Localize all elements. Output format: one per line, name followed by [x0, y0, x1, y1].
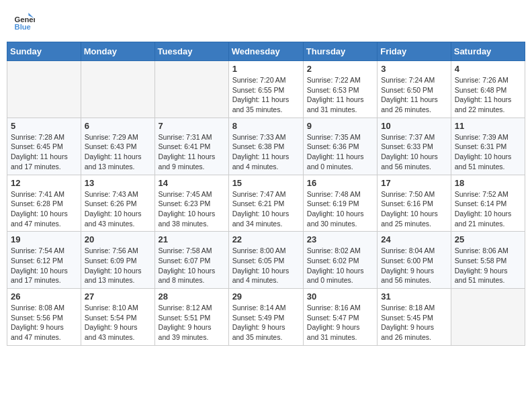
- weekday-header-sunday: Sunday: [7, 42, 81, 61]
- weekday-header-tuesday: Tuesday: [154, 42, 228, 61]
- calendar-cell: 12Sunrise: 7:41 AM Sunset: 6:28 PM Dayli…: [7, 175, 81, 232]
- calendar-cell: 29Sunrise: 8:14 AM Sunset: 5:49 PM Dayli…: [228, 289, 303, 346]
- calendar-cell: 17Sunrise: 7:50 AM Sunset: 6:16 PM Dayli…: [378, 175, 451, 232]
- day-info: Sunrise: 7:54 AM Sunset: 6:12 PM Dayligh…: [11, 246, 77, 285]
- day-info: Sunrise: 7:20 AM Sunset: 6:55 PM Dayligh…: [232, 75, 300, 115]
- day-number: 19: [11, 234, 77, 244]
- calendar-cell: 20Sunrise: 7:56 AM Sunset: 6:09 PM Dayli…: [81, 232, 154, 289]
- logo-icon: General Blue: [13, 10, 35, 32]
- day-number: 13: [85, 178, 151, 188]
- day-info: Sunrise: 7:37 AM Sunset: 6:33 PM Dayligh…: [381, 132, 447, 172]
- day-number: 31: [381, 291, 447, 302]
- day-info: Sunrise: 7:56 AM Sunset: 6:09 PM Dayligh…: [85, 246, 151, 285]
- weekday-header-saturday: Saturday: [451, 42, 525, 61]
- calendar-cell: 21Sunrise: 7:58 AM Sunset: 6:07 PM Dayli…: [154, 232, 228, 289]
- calendar-cell: 14Sunrise: 7:45 AM Sunset: 6:23 PM Dayli…: [154, 175, 228, 232]
- day-number: 5: [11, 121, 77, 131]
- day-number: 22: [232, 234, 300, 244]
- calendar-cell: 11Sunrise: 7:39 AM Sunset: 6:31 PM Dayli…: [451, 118, 525, 175]
- day-number: 17: [381, 178, 447, 188]
- day-info: Sunrise: 7:22 AM Sunset: 6:53 PM Dayligh…: [307, 75, 373, 115]
- day-number: 10: [381, 121, 447, 131]
- calendar-cell: 4Sunrise: 7:26 AM Sunset: 6:48 PM Daylig…: [451, 61, 525, 118]
- calendar-cell: 27Sunrise: 8:10 AM Sunset: 5:54 PM Dayli…: [81, 289, 154, 346]
- calendar-cell: 16Sunrise: 7:48 AM Sunset: 6:19 PM Dayli…: [303, 175, 377, 232]
- calendar-cell: [154, 61, 228, 118]
- calendar-cell: [451, 289, 525, 346]
- day-number: 27: [85, 291, 151, 302]
- weekday-header-friday: Friday: [378, 42, 451, 61]
- calendar-cell: 15Sunrise: 7:47 AM Sunset: 6:21 PM Dayli…: [228, 175, 303, 232]
- calendar-cell: 8Sunrise: 7:33 AM Sunset: 6:38 PM Daylig…: [228, 118, 303, 175]
- calendar-cell: 24Sunrise: 8:04 AM Sunset: 6:00 PM Dayli…: [378, 232, 451, 289]
- svg-text:Blue: Blue: [15, 23, 31, 31]
- calendar-cell: 5Sunrise: 7:28 AM Sunset: 6:45 PM Daylig…: [7, 118, 81, 175]
- day-info: Sunrise: 7:45 AM Sunset: 6:23 PM Dayligh…: [159, 189, 225, 229]
- day-number: 23: [307, 234, 373, 244]
- day-number: 20: [85, 234, 151, 244]
- calendar-cell: 13Sunrise: 7:43 AM Sunset: 6:26 PM Dayli…: [81, 175, 154, 232]
- day-info: Sunrise: 8:18 AM Sunset: 5:45 PM Dayligh…: [381, 303, 447, 342]
- day-number: 7: [159, 121, 225, 131]
- day-info: Sunrise: 8:08 AM Sunset: 5:56 PM Dayligh…: [11, 303, 77, 342]
- calendar-week-row: 26Sunrise: 8:08 AM Sunset: 5:56 PM Dayli…: [7, 289, 525, 346]
- calendar-cell: 3Sunrise: 7:24 AM Sunset: 6:50 PM Daylig…: [378, 61, 451, 118]
- calendar-cell: 26Sunrise: 8:08 AM Sunset: 5:56 PM Dayli…: [7, 289, 81, 346]
- day-number: 3: [381, 64, 447, 74]
- calendar-cell: 2Sunrise: 7:22 AM Sunset: 6:53 PM Daylig…: [303, 61, 377, 118]
- weekday-header-monday: Monday: [81, 42, 154, 61]
- day-number: 16: [307, 178, 373, 188]
- day-info: Sunrise: 8:12 AM Sunset: 5:51 PM Dayligh…: [159, 303, 225, 342]
- day-number: 24: [381, 234, 447, 244]
- calendar-cell: 25Sunrise: 8:06 AM Sunset: 5:58 PM Dayli…: [451, 232, 525, 289]
- calendar-cell: 10Sunrise: 7:37 AM Sunset: 6:33 PM Dayli…: [378, 118, 451, 175]
- day-number: 12: [11, 178, 77, 188]
- day-info: Sunrise: 7:31 AM Sunset: 6:41 PM Dayligh…: [159, 132, 225, 172]
- day-number: 8: [232, 121, 300, 131]
- calendar-cell: 1Sunrise: 7:20 AM Sunset: 6:55 PM Daylig…: [228, 61, 303, 118]
- day-info: Sunrise: 8:06 AM Sunset: 5:58 PM Dayligh…: [455, 246, 521, 285]
- day-info: Sunrise: 7:24 AM Sunset: 6:50 PM Dayligh…: [381, 75, 447, 115]
- calendar-week-row: 12Sunrise: 7:41 AM Sunset: 6:28 PM Dayli…: [7, 175, 525, 232]
- day-info: Sunrise: 7:29 AM Sunset: 6:43 PM Dayligh…: [85, 132, 151, 172]
- day-number: 29: [232, 291, 300, 302]
- calendar-cell: 19Sunrise: 7:54 AM Sunset: 6:12 PM Dayli…: [7, 232, 81, 289]
- day-info: Sunrise: 8:00 AM Sunset: 6:05 PM Dayligh…: [232, 246, 300, 285]
- calendar-cell: 18Sunrise: 7:52 AM Sunset: 6:14 PM Dayli…: [451, 175, 525, 232]
- day-info: Sunrise: 7:43 AM Sunset: 6:26 PM Dayligh…: [85, 189, 151, 229]
- day-info: Sunrise: 7:52 AM Sunset: 6:14 PM Dayligh…: [455, 189, 521, 229]
- day-number: 25: [455, 234, 521, 244]
- calendar-week-row: 1Sunrise: 7:20 AM Sunset: 6:55 PM Daylig…: [7, 61, 525, 118]
- calendar-cell: 31Sunrise: 8:18 AM Sunset: 5:45 PM Dayli…: [378, 289, 451, 346]
- calendar-cell: 28Sunrise: 8:12 AM Sunset: 5:51 PM Dayli…: [154, 289, 228, 346]
- calendar-cell: 30Sunrise: 8:16 AM Sunset: 5:47 PM Dayli…: [303, 289, 377, 346]
- day-number: 2: [307, 64, 373, 74]
- calendar-cell: 22Sunrise: 8:00 AM Sunset: 6:05 PM Dayli…: [228, 232, 303, 289]
- page-header: General Blue: [7, 7, 525, 35]
- day-number: 28: [159, 291, 225, 302]
- day-number: 9: [307, 121, 373, 131]
- day-number: 18: [455, 178, 521, 188]
- day-number: 6: [85, 121, 151, 131]
- day-number: 14: [159, 178, 225, 188]
- day-info: Sunrise: 7:47 AM Sunset: 6:21 PM Dayligh…: [232, 189, 300, 229]
- day-number: 11: [455, 121, 521, 131]
- calendar-table: SundayMondayTuesdayWednesdayThursdayFrid…: [7, 42, 525, 346]
- weekday-header-wednesday: Wednesday: [228, 42, 303, 61]
- calendar-cell: [7, 61, 81, 118]
- day-number: 1: [232, 64, 300, 74]
- day-info: Sunrise: 7:39 AM Sunset: 6:31 PM Dayligh…: [455, 132, 521, 172]
- day-number: 4: [455, 64, 521, 74]
- day-number: 21: [159, 234, 225, 244]
- day-info: Sunrise: 7:28 AM Sunset: 6:45 PM Dayligh…: [11, 132, 77, 172]
- day-number: 26: [11, 291, 77, 302]
- day-info: Sunrise: 8:04 AM Sunset: 6:00 PM Dayligh…: [381, 246, 447, 285]
- day-number: 15: [232, 178, 300, 188]
- logo: General Blue: [13, 10, 35, 32]
- day-info: Sunrise: 8:16 AM Sunset: 5:47 PM Dayligh…: [307, 303, 373, 342]
- weekday-header-thursday: Thursday: [303, 42, 377, 61]
- day-info: Sunrise: 7:26 AM Sunset: 6:48 PM Dayligh…: [455, 75, 521, 115]
- calendar-cell: [81, 61, 154, 118]
- day-number: 30: [307, 291, 373, 302]
- calendar-cell: 23Sunrise: 8:02 AM Sunset: 6:02 PM Dayli…: [303, 232, 377, 289]
